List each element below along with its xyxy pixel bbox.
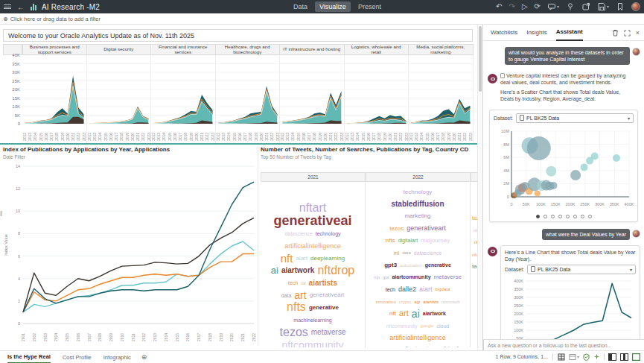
user-avatar[interactable] xyxy=(631,2,640,11)
cloud-word[interactable]: art xyxy=(293,290,307,300)
add-canvas-icon[interactable]: ⊕ xyxy=(141,353,147,361)
cloud-word[interactable]: aiartcommunity xyxy=(390,274,432,280)
tab-data[interactable]: Data xyxy=(289,1,312,12)
cloud-word[interactable]: ai xyxy=(410,309,421,319)
cloud-word[interactable]: generativeai xyxy=(272,214,353,227)
cloud-word[interactable]: aiartists xyxy=(307,280,339,287)
expand-icon[interactable] xyxy=(624,30,631,37)
cloud-word[interactable]: aiartwork xyxy=(421,311,447,316)
layout-center-icon[interactable] xyxy=(620,353,628,361)
carousel-dot[interactable] xyxy=(566,215,570,218)
cloud-word[interactable]: ml xyxy=(299,281,307,285)
close-icon[interactable]: × xyxy=(636,29,640,37)
cloud-word[interactable]: metaverse xyxy=(310,329,348,336)
cloud-word[interactable]: datascience xyxy=(412,250,443,256)
cloud-word[interactable]: bigdata xyxy=(434,287,452,291)
carousel-dot[interactable] xyxy=(588,215,592,218)
auto-insights-icon[interactable] xyxy=(593,353,600,360)
cloud-word[interactable]: technology xyxy=(314,231,342,236)
cloud-word[interactable]: agi xyxy=(412,300,421,304)
tab-present[interactable]: Present xyxy=(354,1,386,12)
carousel-dot[interactable] xyxy=(558,215,562,218)
cloud-word[interactable]: tech xyxy=(384,287,397,292)
canvas-scrollbar-thumb[interactable] xyxy=(479,26,482,92)
panel-resize-handle[interactable]: || xyxy=(0,209,1,216)
cloud-word[interactable]: generative xyxy=(307,305,340,311)
cloud-word[interactable]: midjourney xyxy=(419,238,451,244)
cloud-word[interactable]: generative xyxy=(424,262,453,268)
cloud-word[interactable]: machinelearning xyxy=(430,347,470,347)
cloud-word[interactable]: aiart xyxy=(294,256,309,262)
index-chart-viz[interactable]: Index of Publications by Applications by… xyxy=(3,146,258,349)
cloud-word[interactable]: innovation xyxy=(374,300,398,304)
dataset-select[interactable]: PL BK25 Data ▾ xyxy=(516,113,634,123)
cloud-word[interactable]: data xyxy=(280,293,293,298)
redo-icon[interactable]: ↷ xyxy=(508,3,514,10)
ask-question-input[interactable] xyxy=(488,343,641,348)
cloud-word[interactable]: tezos xyxy=(471,215,477,221)
cloud-word[interactable]: nfts xyxy=(285,301,307,313)
carousel-dot[interactable] xyxy=(581,215,584,218)
menu-icon[interactable] xyxy=(4,4,11,9)
cloud-word[interactable]: google xyxy=(418,323,435,328)
cloud-word[interactable]: artificialintelligence xyxy=(283,243,342,250)
cloud-word[interactable]: ml xyxy=(392,250,401,256)
tab-assistant[interactable]: Assistant xyxy=(556,25,583,41)
grid-view-icon[interactable] xyxy=(558,353,565,361)
cloud-word[interactable]: tezos xyxy=(388,226,405,232)
cloud-word[interactable]: nftart xyxy=(471,253,477,257)
cloud-word[interactable]: nft xyxy=(279,253,295,264)
cloud-word[interactable]: microsoft xyxy=(440,300,461,304)
carousel-dot[interactable] xyxy=(573,215,577,218)
cloud-word[interactable]: tech xyxy=(287,280,299,285)
layout-left-icon[interactable] xyxy=(608,353,616,361)
pin-icon[interactable] xyxy=(566,2,575,11)
cloud-word[interactable]: ai xyxy=(270,265,280,275)
cloud-word[interactable]: nftcommunity xyxy=(385,323,419,329)
filter-bar[interactable]: ⊗ Click here or drag data to add a filte… xyxy=(0,13,644,25)
cloud-word[interactable]: art xyxy=(398,309,410,318)
cloud-word[interactable]: gpt3 xyxy=(383,262,398,268)
undo-icon[interactable]: ↶ xyxy=(496,3,502,10)
cloud-word[interactable]: generativeart xyxy=(405,225,447,232)
quality-shield-icon[interactable] xyxy=(583,353,590,361)
cloud-word[interactable]: deeplearning xyxy=(309,256,346,262)
cloud-word[interactable]: automation xyxy=(398,263,424,268)
cloud-word[interactable]: metaverse xyxy=(433,274,463,280)
tab-visualize[interactable]: Visualize xyxy=(315,1,351,12)
cloud-word[interactable]: aiartists xyxy=(421,300,440,304)
trash-icon[interactable] xyxy=(612,29,619,37)
cloud-word[interactable]: nlp xyxy=(372,275,381,280)
refresh-icon[interactable]: ⟳ xyxy=(535,3,541,10)
carousel-dot[interactable] xyxy=(536,215,540,218)
dataset-select[interactable]: PL BK25 Data ▾ xyxy=(527,265,636,274)
layout-full-icon[interactable] xyxy=(632,353,640,361)
wordcloud-viz[interactable]: Number of Tweets, Number of Searches, Pu… xyxy=(261,146,477,349)
back-button[interactable]: ← xyxy=(17,3,25,11)
preview-play-icon[interactable]: ▷ xyxy=(522,3,528,10)
cloud-word[interactable]: crypto xyxy=(398,300,412,304)
canvas-scrollbar[interactable] xyxy=(477,25,482,350)
cloud-word[interactable]: digitalart xyxy=(397,238,419,243)
tab-watchlists[interactable]: Watchlists xyxy=(491,25,517,41)
cloud-word[interactable]: datascience xyxy=(283,231,313,236)
carousel-dot[interactable] xyxy=(543,215,547,218)
cloud-word[interactable]: nlp xyxy=(472,228,477,233)
cloud-word[interactable]: nfts xyxy=(384,238,397,244)
cloud-word[interactable]: nftart xyxy=(298,202,328,214)
tab-insights[interactable]: Insights xyxy=(526,25,547,41)
export-icon[interactable] xyxy=(581,2,590,11)
cloud-word[interactable]: marketing xyxy=(403,213,432,219)
canvas-tab-cost-profile[interactable]: Cost Profile xyxy=(63,351,92,363)
cloud-word[interactable]: aiart xyxy=(418,286,434,293)
cloud-word[interactable]: stablediffusion xyxy=(389,201,445,208)
cloud-word[interactable]: dalle2 xyxy=(397,286,418,293)
cloud-word[interactable]: gpt xyxy=(381,275,390,280)
trellis-chart[interactable]: 40K35K30K25K20K15K10K5K0 Business proces… xyxy=(3,44,474,142)
cloud-word[interactable]: data xyxy=(401,250,412,255)
comment-icon[interactable]: ▾ xyxy=(547,2,559,11)
cloud-word[interactable]: tech xyxy=(471,264,477,269)
cloud-word[interactable]: machinelearning xyxy=(292,318,333,323)
cloud-word[interactable]: technology xyxy=(402,189,434,195)
bookmark-icon[interactable] xyxy=(616,2,625,11)
